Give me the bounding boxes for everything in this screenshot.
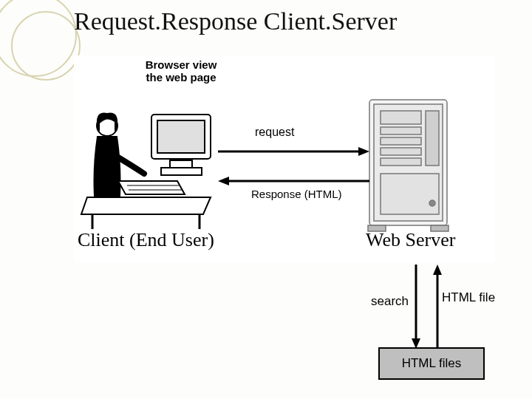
svg-rect-19	[368, 225, 386, 231]
svg-rect-14	[381, 148, 421, 155]
request-arrow-icon	[218, 147, 369, 156]
diagram-panel: Browser view the web page request Respon…	[74, 55, 495, 262]
svg-rect-11	[381, 111, 421, 124]
label-html-file: HTML file	[442, 290, 495, 305]
svg-rect-15	[381, 158, 421, 166]
server-tower-icon	[368, 100, 449, 231]
response-arrow-icon	[218, 177, 369, 185]
svg-marker-24	[218, 177, 229, 185]
label-search: search	[371, 294, 409, 309]
client-user-icon	[81, 113, 211, 229]
svg-rect-4	[157, 120, 205, 153]
svg-rect-16	[426, 111, 439, 166]
svg-marker-28	[433, 265, 442, 275]
svg-point-18	[429, 200, 435, 206]
svg-rect-20	[431, 225, 449, 231]
svg-rect-12	[381, 127, 421, 134]
html-files-box: HTML files	[378, 347, 485, 380]
svg-rect-17	[381, 174, 439, 214]
diagram-svg	[74, 55, 495, 262]
slide-title: Request.Response Client.Server	[74, 7, 532, 35]
svg-rect-5	[170, 160, 192, 168]
svg-rect-6	[161, 168, 202, 175]
svg-rect-13	[381, 137, 421, 145]
svg-marker-22	[358, 147, 369, 156]
html-files-box-label: HTML files	[402, 356, 462, 371]
search-arrow-icon	[412, 265, 420, 349]
htmlfile-arrow-icon	[433, 265, 442, 347]
